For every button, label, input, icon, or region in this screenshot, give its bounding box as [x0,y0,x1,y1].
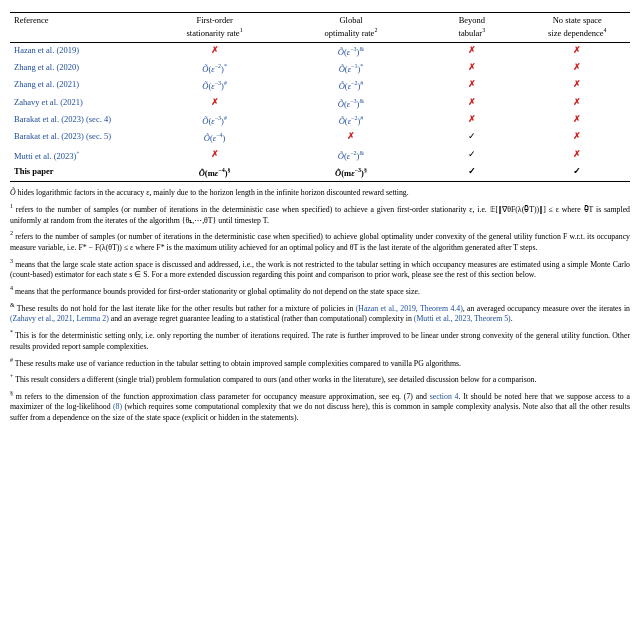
footnote-item: Õ hides logarithmic factors in the accur… [10,188,630,199]
table-cell-ref: Zahavy et al. (2021) [10,95,146,112]
footnotes: Õ hides logarithmic factors in the accur… [10,188,630,424]
table-cell: ✗ [419,77,524,94]
table-row: Barakat et al. (2023) (sec. 5)Õ(ε−4)✗✓✗ [10,129,630,146]
footnote-item: 2 refers to the number of samples (or nu… [10,229,630,253]
table-cell: ✓ [419,147,524,164]
table-cell: ✓ [419,129,524,146]
table-cell: ✗ [419,60,524,77]
table-cell: ✗ [525,95,630,112]
col-header-beyond: Beyondtabular3 [419,13,524,43]
col-header-global: Globaloptimality rate2 [283,13,419,43]
table-cell: Õ(ε−3)& [283,95,419,112]
table-cell: ✗ [146,95,282,112]
col-header-first: First-orderstationarity rate1 [146,13,282,43]
table-cell: ✗ [419,112,524,129]
table-header-row: Reference First-orderstationarity rate1 … [10,13,630,43]
table-cell: ✗ [525,60,630,77]
table-cell-ref: Zhang et al. (2021) [10,77,146,94]
table-cell: ✗ [419,42,524,60]
table-cell: Õ(ε−3)# [146,77,282,94]
table-cell: Õ(mε−4)§ [146,164,282,182]
table-row: This paperÕ(mε−4)§Õ(mε−3)§✓✓ [10,164,630,182]
table-row: Zahavy et al. (2021)✗Õ(ε−3)&✗✗ [10,95,630,112]
table-cell: Õ(ε−4) [146,129,282,146]
table-cell-ref: This paper [10,164,146,182]
footnote-item: 3 means that the large scale state actio… [10,257,630,281]
table-cell: Õ(ε−2)# [283,77,419,94]
table-cell: ✗ [146,42,282,60]
col-header-ref: Reference [10,13,146,43]
table-cell: ✗ [419,95,524,112]
table-cell: Õ(ε−3)& [283,42,419,60]
table-row: Barakat et al. (2023) (sec. 4)Õ(ε−3)#Õ(ε… [10,112,630,129]
table-cell: Õ(ε−2)* [146,60,282,77]
table-cell: Õ(mε−3)§ [283,164,419,182]
footnote-item: + This result considers a different (sin… [10,372,630,386]
col-header-nostate: No state spacesize dependence4 [525,13,630,43]
table-cell: Õ(ε−3)# [146,112,282,129]
table-cell: ✓ [525,164,630,182]
footnote-item: * This is for the deterministic setting … [10,328,630,352]
table-cell: Õ(ε−2)# [283,112,419,129]
footnote-item: § m refers to the dimension of the funct… [10,389,630,424]
footnote-item: 1 refers to the number of samples (or nu… [10,202,630,226]
table-cell: ✗ [525,147,630,164]
table-cell-ref: Barakat et al. (2023) (sec. 5) [10,129,146,146]
table-cell-ref: Hazan et al. (2019) [10,42,146,60]
table-cell-ref: Barakat et al. (2023) (sec. 4) [10,112,146,129]
table-cell: ✗ [283,129,419,146]
table-cell: ✗ [146,147,282,164]
footnote-item: # These results make use of variance red… [10,356,630,370]
table-row: Mutti et al. (2023)+✗Õ(ε−2)&✓✗ [10,147,630,164]
table-cell: ✗ [525,129,630,146]
table-cell: Õ(ε−1)* [283,60,419,77]
table-cell: ✗ [525,42,630,60]
table-row: Zhang et al. (2021)Õ(ε−3)#Õ(ε−2)#✗✗ [10,77,630,94]
table-cell: ✗ [525,112,630,129]
footnote-item: 4 means that the performance bounds prov… [10,284,630,298]
table-cell: ✓ [419,164,524,182]
table-cell: Õ(ε−2)& [283,147,419,164]
table-cell-ref: Zhang et al. (2020) [10,60,146,77]
table-cell-ref: Mutti et al. (2023)+ [10,147,146,164]
table-row: Zhang et al. (2020)Õ(ε−2)*Õ(ε−1)*✗✗ [10,60,630,77]
footnote-item: & These results do not hold for the last… [10,301,630,325]
comparison-table: Reference First-orderstationarity rate1 … [10,12,630,182]
table-row: Hazan et al. (2019)✗Õ(ε−3)&✗✗ [10,42,630,60]
table-cell: ✗ [525,77,630,94]
